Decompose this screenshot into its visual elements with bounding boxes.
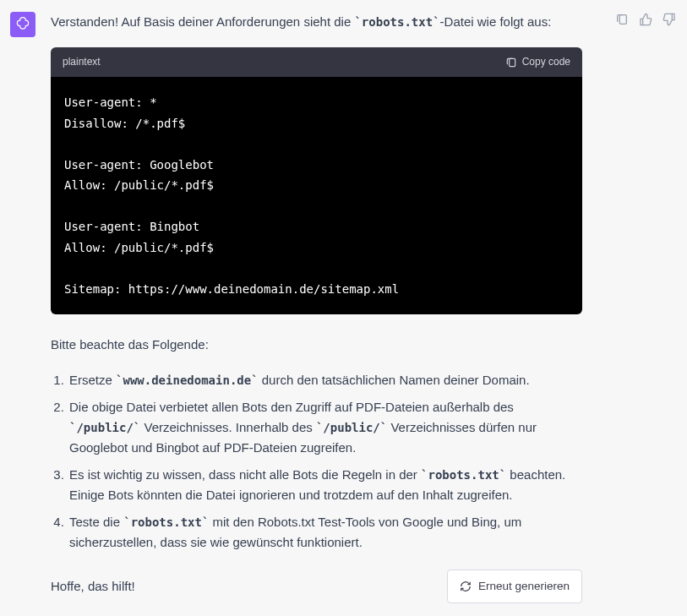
clipboard-icon (615, 13, 629, 26)
refresh-icon (460, 581, 472, 592)
code-lang-label: plaintext (63, 54, 101, 70)
note-text: Ersetze (69, 373, 116, 387)
closing-text: Hoffe, das hilft! (51, 576, 135, 597)
note-text: Es ist wichtig zu wissen, dass nicht all… (69, 467, 421, 482)
regenerate-button[interactable]: Erneut generieren (447, 570, 582, 603)
notes-list: Ersetze `www.deinedomain.de` durch den t… (51, 370, 582, 553)
list-item: Teste die `robots.txt` mit den Robots.tx… (68, 512, 582, 553)
list-item: Die obige Datei verbietet allen Bots den… (68, 397, 582, 458)
bottom-row: Hoffe, das hilft! Erneut generieren (51, 570, 582, 603)
code-content[interactable]: User-agent: * Disallow: /*.pdf$ User-age… (51, 77, 582, 314)
openai-logo-icon (14, 16, 31, 33)
intro-post: -Datei wie folgt aus: (440, 14, 552, 29)
intro-text: Verstanden! Auf Basis deiner Anforderung… (51, 12, 582, 32)
svg-rect-0 (509, 58, 515, 66)
thumbs-up-icon (639, 13, 652, 26)
note-inline-code: `/public/` (316, 421, 387, 434)
note-text: Verzeichnisses. Innerhalb des (140, 420, 316, 434)
note-inline-code: `robots.txt` (421, 468, 506, 482)
list-item: Ersetze `www.deinedomain.de` durch den t… (68, 370, 582, 390)
assistant-avatar (10, 12, 35, 37)
thumbs-down-button[interactable] (662, 12, 677, 27)
thumbs-down-icon (662, 13, 676, 26)
assistant-message: Verstanden! Auf Basis deiner Anforderung… (0, 0, 687, 603)
note-inline-code: `/public/` (69, 421, 140, 434)
copy-message-button[interactable] (614, 12, 630, 27)
copy-code-button[interactable]: Copy code (505, 54, 570, 70)
thumbs-up-button[interactable] (638, 12, 653, 27)
message-content: Verstanden! Auf Basis deiner Anforderung… (51, 12, 586, 603)
clipboard-icon (505, 57, 517, 68)
list-item: Es ist wichtig zu wissen, dass nicht all… (68, 465, 582, 505)
copy-code-label: Copy code (522, 54, 570, 70)
feedback-actions (601, 12, 677, 603)
note-text: Die obige Datei verbietet allen Bots den… (69, 400, 514, 414)
followup-text: Bitte beachte das Folgende: (51, 335, 582, 355)
note-text: Teste die (69, 515, 123, 529)
regenerate-label: Erneut generieren (478, 577, 570, 596)
note-inline-code: `robots.txt` (123, 515, 209, 529)
note-inline-code: `www.deinedomain.de` (116, 373, 259, 387)
svg-rect-1 (619, 15, 626, 25)
intro-inline-code: `robots.txt` (354, 15, 439, 29)
code-header: plaintext Copy code (51, 47, 582, 77)
code-block: plaintext Copy code User-agent: * Disall… (51, 47, 582, 314)
intro-pre: Verstanden! Auf Basis deiner Anforderung… (51, 14, 354, 29)
note-text: durch den tatsächlichen Namen deiner Dom… (259, 373, 530, 387)
